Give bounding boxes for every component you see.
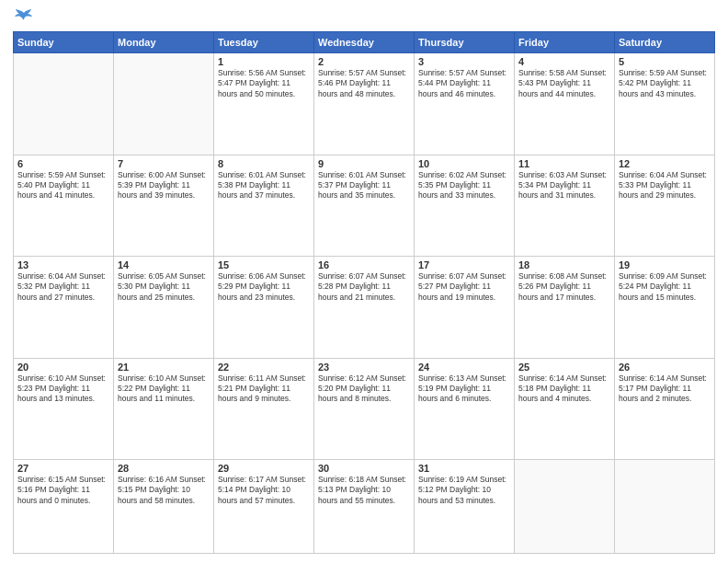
day-number: 2 (318, 56, 410, 67)
day-info: Sunrise: 6:00 AM Sunset: 5:39 PM Dayligh… (118, 170, 210, 201)
day-number: 3 (418, 56, 510, 67)
day-number: 6 (17, 158, 109, 169)
calendar-cell: 25Sunrise: 6:14 AM Sunset: 5:18 PM Dayli… (515, 358, 615, 460)
day-info: Sunrise: 6:16 AM Sunset: 5:15 PM Dayligh… (118, 475, 210, 506)
day-info: Sunrise: 6:06 AM Sunset: 5:29 PM Dayligh… (218, 271, 310, 303)
day-info: Sunrise: 6:10 AM Sunset: 5:22 PM Dayligh… (118, 373, 210, 405)
day-info: Sunrise: 6:09 AM Sunset: 5:24 PM Dayligh… (619, 271, 711, 303)
day-number: 15 (218, 259, 310, 270)
calendar-cell: 15Sunrise: 6:06 AM Sunset: 5:29 PM Dayli… (214, 257, 314, 359)
day-number: 5 (619, 56, 711, 67)
day-number: 25 (518, 362, 610, 373)
day-info: Sunrise: 6:02 AM Sunset: 5:35 PM Dayligh… (418, 170, 510, 201)
day-header-saturday: Saturday (615, 32, 715, 53)
calendar-week-2: 6Sunrise: 5:59 AM Sunset: 5:40 PM Daylig… (14, 155, 715, 257)
day-info: Sunrise: 6:17 AM Sunset: 5:14 PM Dayligh… (218, 475, 310, 506)
day-number: 21 (118, 362, 210, 373)
day-info: Sunrise: 5:57 AM Sunset: 5:44 PM Dayligh… (418, 68, 510, 99)
calendar-header-row: SundayMondayTuesdayWednesdayThursdayFrid… (14, 32, 715, 53)
day-number: 26 (619, 362, 711, 373)
calendar-week-3: 13Sunrise: 6:04 AM Sunset: 5:32 PM Dayli… (14, 257, 715, 359)
calendar-cell (515, 460, 615, 554)
calendar-week-1: 1Sunrise: 5:56 AM Sunset: 5:47 PM Daylig… (14, 53, 715, 155)
calendar-cell: 26Sunrise: 6:14 AM Sunset: 5:17 PM Dayli… (615, 358, 715, 460)
day-number: 8 (218, 158, 310, 169)
calendar-cell (615, 460, 715, 554)
calendar-cell: 3Sunrise: 5:57 AM Sunset: 5:44 PM Daylig… (415, 53, 515, 155)
day-info: Sunrise: 6:04 AM Sunset: 5:33 PM Dayligh… (619, 170, 711, 201)
calendar-cell: 10Sunrise: 6:02 AM Sunset: 5:35 PM Dayli… (415, 155, 515, 257)
day-info: Sunrise: 6:01 AM Sunset: 5:38 PM Dayligh… (218, 170, 310, 201)
calendar-cell: 11Sunrise: 6:03 AM Sunset: 5:34 PM Dayli… (515, 155, 615, 257)
calendar-cell: 24Sunrise: 6:13 AM Sunset: 5:19 PM Dayli… (415, 358, 515, 460)
page: SundayMondayTuesdayWednesdayThursdayFrid… (0, 0, 728, 563)
calendar-cell: 8Sunrise: 6:01 AM Sunset: 5:38 PM Daylig… (214, 155, 314, 257)
calendar-cell: 20Sunrise: 6:10 AM Sunset: 5:23 PM Dayli… (14, 358, 114, 460)
calendar-cell: 19Sunrise: 6:09 AM Sunset: 5:24 PM Dayli… (615, 257, 715, 359)
day-number: 18 (518, 259, 610, 270)
calendar-cell: 2Sunrise: 5:57 AM Sunset: 5:46 PM Daylig… (314, 53, 415, 155)
day-info: Sunrise: 6:01 AM Sunset: 5:37 PM Dayligh… (318, 170, 410, 201)
day-header-thursday: Thursday (415, 32, 515, 53)
day-number: 14 (118, 259, 210, 270)
day-number: 23 (318, 362, 410, 373)
day-number: 28 (118, 463, 210, 474)
calendar-cell: 12Sunrise: 6:04 AM Sunset: 5:33 PM Dayli… (615, 155, 715, 257)
day-info: Sunrise: 6:07 AM Sunset: 5:27 PM Dayligh… (418, 271, 510, 303)
calendar-cell: 30Sunrise: 6:18 AM Sunset: 5:13 PM Dayli… (314, 460, 415, 554)
day-info: Sunrise: 6:08 AM Sunset: 5:26 PM Dayligh… (518, 271, 610, 303)
day-info: Sunrise: 6:14 AM Sunset: 5:18 PM Dayligh… (518, 373, 610, 405)
calendar-cell: 23Sunrise: 6:12 AM Sunset: 5:20 PM Dayli… (314, 358, 415, 460)
calendar-cell: 13Sunrise: 6:04 AM Sunset: 5:32 PM Dayli… (14, 257, 114, 359)
day-info: Sunrise: 6:04 AM Sunset: 5:32 PM Dayligh… (17, 271, 109, 303)
day-number: 10 (418, 158, 510, 169)
calendar-cell: 1Sunrise: 5:56 AM Sunset: 5:47 PM Daylig… (214, 53, 314, 155)
day-info: Sunrise: 5:57 AM Sunset: 5:46 PM Dayligh… (318, 68, 410, 99)
day-header-friday: Friday (515, 32, 615, 53)
day-number: 22 (218, 362, 310, 373)
calendar-cell: 7Sunrise: 6:00 AM Sunset: 5:39 PM Daylig… (114, 155, 214, 257)
day-info: Sunrise: 5:59 AM Sunset: 5:40 PM Dayligh… (17, 170, 109, 201)
calendar-week-5: 27Sunrise: 6:15 AM Sunset: 5:16 PM Dayli… (14, 460, 715, 554)
day-info: Sunrise: 5:56 AM Sunset: 5:47 PM Dayligh… (218, 68, 310, 99)
day-info: Sunrise: 6:19 AM Sunset: 5:12 PM Dayligh… (418, 475, 510, 506)
day-info: Sunrise: 5:58 AM Sunset: 5:43 PM Dayligh… (518, 68, 610, 99)
day-number: 11 (518, 158, 610, 169)
day-number: 4 (518, 56, 610, 67)
calendar-cell: 29Sunrise: 6:17 AM Sunset: 5:14 PM Dayli… (214, 460, 314, 554)
calendar-cell: 22Sunrise: 6:11 AM Sunset: 5:21 PM Dayli… (214, 358, 314, 460)
calendar-cell: 31Sunrise: 6:19 AM Sunset: 5:12 PM Dayli… (415, 460, 515, 554)
day-number: 30 (318, 463, 410, 474)
day-number: 13 (17, 259, 109, 270)
day-header-monday: Monday (114, 32, 214, 53)
calendar-cell: 14Sunrise: 6:05 AM Sunset: 5:30 PM Dayli… (114, 257, 214, 359)
calendar-cell (114, 53, 214, 155)
day-info: Sunrise: 6:12 AM Sunset: 5:20 PM Dayligh… (318, 373, 410, 405)
logo (13, 9, 33, 24)
day-number: 7 (118, 158, 210, 169)
calendar-cell: 21Sunrise: 6:10 AM Sunset: 5:22 PM Dayli… (114, 358, 214, 460)
day-header-tuesday: Tuesday (214, 32, 314, 53)
day-number: 17 (418, 259, 510, 270)
calendar-cell: 4Sunrise: 5:58 AM Sunset: 5:43 PM Daylig… (515, 53, 615, 155)
day-number: 20 (17, 362, 109, 373)
day-number: 1 (218, 56, 310, 67)
day-info: Sunrise: 6:11 AM Sunset: 5:21 PM Dayligh… (218, 373, 310, 405)
day-number: 27 (17, 463, 109, 474)
day-number: 24 (418, 362, 510, 373)
calendar-cell: 6Sunrise: 5:59 AM Sunset: 5:40 PM Daylig… (14, 155, 114, 257)
day-info: Sunrise: 6:05 AM Sunset: 5:30 PM Dayligh… (118, 271, 210, 303)
day-info: Sunrise: 6:10 AM Sunset: 5:23 PM Dayligh… (17, 373, 109, 405)
day-number: 9 (318, 158, 410, 169)
logo-bird-icon (15, 9, 33, 26)
calendar-cell: 17Sunrise: 6:07 AM Sunset: 5:27 PM Dayli… (415, 257, 515, 359)
calendar-cell: 28Sunrise: 6:16 AM Sunset: 5:15 PM Dayli… (114, 460, 214, 554)
calendar-cell: 27Sunrise: 6:15 AM Sunset: 5:16 PM Dayli… (14, 460, 114, 554)
day-info: Sunrise: 6:07 AM Sunset: 5:28 PM Dayligh… (318, 271, 410, 303)
day-number: 31 (418, 463, 510, 474)
calendar-table: SundayMondayTuesdayWednesdayThursdayFrid… (13, 31, 715, 554)
day-info: Sunrise: 6:15 AM Sunset: 5:16 PM Dayligh… (17, 475, 109, 506)
day-number: 12 (619, 158, 711, 169)
calendar-cell: 9Sunrise: 6:01 AM Sunset: 5:37 PM Daylig… (314, 155, 415, 257)
calendar-week-4: 20Sunrise: 6:10 AM Sunset: 5:23 PM Dayli… (14, 358, 715, 460)
